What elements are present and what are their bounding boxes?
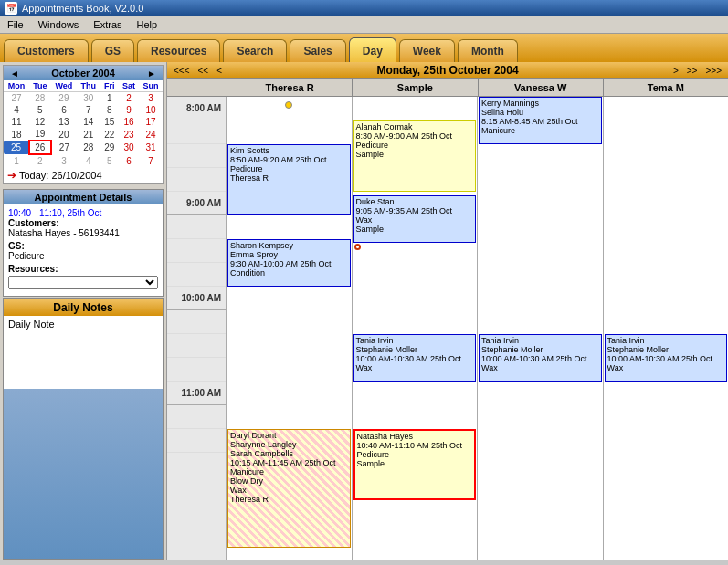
cal-day-cell[interactable]: 11 — [4, 116, 29, 128]
tab-day[interactable]: Day — [349, 37, 396, 62]
nav-next[interactable]: > — [671, 66, 681, 76]
cal-day-cell[interactable]: 4 — [4, 104, 29, 116]
cal-day-cell[interactable]: 30 — [77, 92, 100, 105]
tab-customers[interactable]: Customers — [4, 39, 89, 62]
cal-day-cell[interactable]: 29 — [51, 92, 77, 105]
tab-month[interactable]: Month — [458, 39, 518, 62]
cal-day-cell[interactable]: 5 — [29, 104, 51, 116]
cal-day-mon: Mon — [4, 80, 29, 92]
resources-select[interactable] — [8, 276, 158, 289]
cal-day-cell[interactable]: 6 — [51, 104, 77, 116]
cal-day-cell[interactable]: 17 — [139, 116, 163, 128]
appt-tania-irvin-sample[interactable]: Tania IrvinStephanie Moller10:00 AM-10:3… — [353, 334, 477, 382]
cal-day-cell[interactable]: 5 — [100, 154, 119, 167]
cal-day-cell[interactable]: 2 — [119, 92, 139, 105]
today-arrow-icon: ➔ — [7, 169, 16, 182]
schedule-area: <<< << < Monday, 25th October 2004 > >> … — [167, 62, 728, 560]
cal-day-cell[interactable]: 18 — [4, 128, 29, 141]
gs-value: Pedicure — [8, 251, 158, 261]
tab-sales[interactable]: Sales — [290, 39, 345, 62]
menu-extras[interactable]: Extras — [90, 18, 124, 31]
cal-day-cell[interactable]: 27 — [4, 92, 29, 105]
cal-day-wed: Wed — [51, 80, 77, 92]
nav-next-next-next[interactable]: >>> — [703, 66, 723, 76]
time-slot — [167, 168, 226, 192]
schedule-grid: Theresa R Sample Vanessa W Tema M 8:00 A… — [167, 79, 728, 560]
appt-kerry-mannings[interactable]: Kerry ManningsSelina Holu8:15 AM-8:45 AM… — [479, 97, 602, 144]
cal-day-cell[interactable]: 3 — [139, 92, 163, 105]
cal-day-cell[interactable]: 19 — [29, 128, 51, 141]
cal-day-cell[interactable]: 1 — [4, 154, 29, 167]
cal-day-cell[interactable]: 21 — [77, 128, 100, 141]
cal-day-fri: Fri — [100, 80, 119, 92]
menu-windows[interactable]: Windows — [36, 18, 82, 31]
appt-tania-irvin-tema[interactable]: Tania IrvinStephanie Moller10:00 AM-10:3… — [605, 334, 728, 382]
cal-day-cell[interactable]: 23 — [119, 128, 139, 141]
cal-day-cell[interactable]: 16 — [119, 116, 139, 128]
cal-day-cell[interactable]: 28 — [29, 92, 51, 105]
today-date: Today: 26/10/2004 — [19, 170, 102, 181]
mini-calendar: ◄ October 2004 ► Mon Tue Wed Thu Fri Sat… — [3, 65, 164, 184]
cal-day-cell[interactable]: 20 — [51, 128, 77, 141]
cal-day-cell[interactable]: 13 — [51, 116, 77, 128]
cal-day-thu: Thu — [77, 80, 100, 92]
cal-day-cell[interactable]: 31 — [139, 141, 163, 154]
cal-day-cell[interactable]: 1 — [100, 92, 119, 105]
daily-notes-header: Daily Notes — [4, 299, 163, 316]
app-icon: 📅 — [5, 2, 17, 15]
cal-day-cell[interactable]: 4 — [77, 154, 100, 167]
resources-dropdown[interactable] — [8, 276, 158, 289]
time-slot: 9:00 AM — [167, 192, 226, 215]
cal-day-cell[interactable]: 14 — [77, 116, 100, 128]
cal-next-btn[interactable]: ► — [144, 68, 159, 78]
cal-day-cell[interactable]: 10 — [139, 104, 163, 116]
cal-day-cell[interactable]: 2 — [29, 154, 51, 167]
time-slot — [167, 405, 226, 429]
sample-column: Alanah Cormak8:30 AM-9:00 AM 25th OctPed… — [353, 97, 479, 560]
cal-day-cell[interactable]: 27 — [51, 141, 77, 154]
appt-alanah-cormak[interactable]: Alanah Cormak8:30 AM-9:00 AM 25th OctPed… — [353, 120, 477, 192]
cal-day-cell[interactable]: 24 — [139, 128, 163, 141]
cal-day-cell[interactable]: 22 — [100, 128, 119, 141]
cal-day-cell[interactable]: 28 — [77, 141, 100, 154]
menu-help[interactable]: Help — [134, 18, 161, 31]
cal-day-cell[interactable]: 12 — [29, 116, 51, 128]
schedule-date-title: Monday, 25th October 2004 — [228, 64, 667, 77]
appt-duke-stan[interactable]: Duke Stan9:05 AM-9:35 AM 25th OctWaxSamp… — [353, 195, 477, 243]
dot-marker — [285, 101, 292, 109]
time-slot: 11:00 AM — [167, 382, 226, 405]
tab-resources[interactable]: Resources — [137, 39, 220, 62]
appt-tania-irvin-vanessa[interactable]: Tania IrvinStephanie Moller10:00 AM-10:3… — [479, 334, 602, 382]
cal-prev-btn[interactable]: ◄ — [7, 68, 22, 78]
cal-day-cell[interactable]: 9 — [119, 104, 139, 116]
tab-week[interactable]: Week — [399, 39, 455, 62]
tab-search[interactable]: Search — [223, 39, 287, 62]
cal-day-cell[interactable]: 3 — [51, 154, 77, 167]
cal-day-cell[interactable]: 6 — [119, 154, 139, 167]
cal-day-cell[interactable]: 26 — [29, 141, 51, 154]
cal-day-cell[interactable]: 8 — [100, 104, 119, 116]
nav-prev-prev-prev[interactable]: <<< — [172, 66, 192, 76]
nav-prev-prev[interactable]: << — [196, 66, 211, 76]
time-column: 8:00 AM9:00 AM10:00 AM11:00 AM — [167, 97, 227, 560]
nav-prev[interactable]: < — [215, 66, 224, 76]
cal-day-cell[interactable]: 7 — [139, 154, 163, 167]
cal-month-title: October 2004 — [51, 68, 115, 78]
appt-kim-scotts[interactable]: Kim Scotts8:50 AM-9:20 AM 25th OctPedicu… — [227, 144, 351, 215]
appt-time-link[interactable]: 10:40 - 11:10, 25th Oct — [8, 208, 101, 218]
cal-day-cell[interactable]: 7 — [77, 104, 100, 116]
cal-day-sun: Sun — [139, 80, 163, 92]
nav-next-next[interactable]: >> — [685, 66, 700, 76]
cal-day-cell[interactable]: 15 — [100, 116, 119, 128]
cal-day-cell[interactable]: 25 — [4, 141, 29, 154]
menu-file[interactable]: File — [5, 18, 26, 31]
appt-sharon-kempsey[interactable]: Sharon KempseyEmma Sproy9:30 AM-10:00 AM… — [227, 239, 351, 287]
appt-daryl-dorant[interactable]: Daryl DorantSharynne LangleySarah Campbe… — [227, 429, 351, 548]
time-slot: 8:00 AM — [167, 97, 226, 120]
appt-natasha-hayes[interactable]: Natasha Hayes10:40 AM-11:10 AM 25th OctP… — [353, 429, 477, 500]
cal-day-cell[interactable]: 30 — [119, 141, 139, 154]
cal-day-cell[interactable]: 29 — [100, 141, 119, 154]
cal-header: ◄ October 2004 ► — [4, 66, 163, 80]
tab-gs[interactable]: GS — [91, 39, 134, 62]
appt-details-header: Appointment Details — [4, 190, 163, 204]
